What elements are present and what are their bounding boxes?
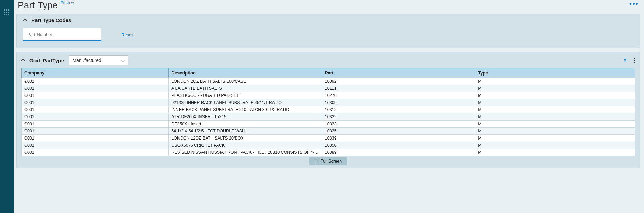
cell-part[interactable]: 10276 xyxy=(322,92,475,99)
kebab-menu-icon[interactable] xyxy=(634,58,635,63)
table-row[interactable]: C001921325 INNER BACK PANEL SUBSTRATE 45… xyxy=(22,99,635,106)
cell-description[interactable]: INNER BACK PANEL SUBSTRATE 210 LATCH 39"… xyxy=(169,106,322,113)
filter-icon[interactable] xyxy=(623,58,627,63)
page-title: Part Type xyxy=(18,0,58,11)
cell-company[interactable]: C001 xyxy=(22,149,169,156)
cell-description[interactable]: REVISED NISSAN RUSSIA FRONT PACK - FILE#… xyxy=(169,149,322,156)
cell-type[interactable]: M xyxy=(475,99,635,106)
filter-row: Reset xyxy=(17,26,640,48)
cell-company[interactable]: C001 xyxy=(22,142,169,149)
col-header-company[interactable]: Company xyxy=(22,68,169,78)
grid-header-row: Company Description Part Type xyxy=(22,68,635,78)
chevron-down-icon xyxy=(121,58,125,62)
svg-point-0 xyxy=(634,58,635,59)
cell-description[interactable]: CSGX5075 CRICKET PACK xyxy=(169,142,322,149)
filter-panel: Part Type Codes Reset xyxy=(16,14,640,48)
cell-type[interactable]: M xyxy=(475,142,635,149)
grid-tools xyxy=(623,58,635,63)
expand-icon xyxy=(314,159,318,163)
cell-company[interactable]: C001 xyxy=(22,99,169,106)
col-header-description[interactable]: Description xyxy=(169,68,322,78)
col-header-type[interactable]: Type xyxy=(475,68,635,78)
cell-type[interactable]: M xyxy=(475,113,635,121)
table-row[interactable]: C00154 1/2 X 54 1/2 51 ECT DOUBLE WALL10… xyxy=(22,128,635,135)
table-row[interactable]: C001PLASTIC/CORRUGATED PAD SET10276M xyxy=(22,92,635,99)
cell-part[interactable]: 10309 xyxy=(322,99,475,106)
fullscreen-label: Full Screen xyxy=(320,159,342,164)
cell-type[interactable]: M xyxy=(475,128,635,135)
cell-part[interactable]: 10312 xyxy=(322,106,475,113)
cell-part[interactable]: 10092 xyxy=(322,78,475,85)
cell-type[interactable]: M xyxy=(475,85,635,92)
cell-description[interactable]: A LA CARTE BATH SALTS xyxy=(169,85,322,92)
grid-body: Company Description Part Type C001LONDON… xyxy=(17,68,640,156)
cell-description[interactable]: LONDON 12OZ BATH SALTS 20/BOX xyxy=(169,135,322,142)
cell-company[interactable]: C001 xyxy=(22,113,169,121)
grid-panel-header: Grid_PartType Manufactured xyxy=(17,52,640,68)
cell-part[interactable]: 10389 xyxy=(322,149,475,156)
table-row[interactable]: C001A LA CARTE BATH SALTS10111M xyxy=(22,85,635,92)
parttype-grid[interactable]: Company Description Part Type C001LONDON… xyxy=(21,68,635,156)
main-content: Part Type Preview ••• Part Type Codes Re… xyxy=(14,0,644,213)
cell-type[interactable]: M xyxy=(475,106,635,113)
cell-description[interactable]: ATR-DF260X INSERT 15X15 xyxy=(169,113,322,121)
table-row[interactable]: C001REVISED NISSAN RUSSIA FRONT PACK - F… xyxy=(22,149,635,156)
cell-description[interactable]: LONDON 2OZ BATH SALTS 100/CASE xyxy=(169,78,322,85)
cell-part[interactable]: 10333 xyxy=(322,121,475,128)
cell-part[interactable]: 10339 xyxy=(322,135,475,142)
cell-description[interactable]: PLASTIC/CORRUGATED PAD SET xyxy=(169,92,322,99)
cell-part[interactable]: 10350 xyxy=(322,142,475,149)
cell-type[interactable]: M xyxy=(475,149,635,156)
table-row[interactable]: C001CSGX5075 CRICKET PACK10350M xyxy=(22,142,635,149)
cell-description[interactable]: 921325 INNER BACK PANEL SUBSTRATE 45" 1/… xyxy=(169,99,322,106)
grid-panel: Grid_PartType Manufactured xyxy=(16,52,640,168)
filter-panel-title: Part Type Codes xyxy=(31,17,71,23)
type-filter-dropdown[interactable]: Manufactured xyxy=(69,55,128,65)
dropdown-value: Manufactured xyxy=(72,58,101,63)
part-number-input[interactable] xyxy=(23,28,101,41)
page-header: Part Type Preview ••• xyxy=(15,0,641,14)
filter-panel-header: Part Type Codes xyxy=(17,14,640,26)
cell-company[interactable]: C001 xyxy=(22,128,169,135)
preview-badge[interactable]: Preview xyxy=(61,1,74,5)
table-row[interactable]: C001LONDON 12OZ BATH SALTS 20/BOX10339M xyxy=(22,135,635,142)
fullscreen-bar: Full Screen xyxy=(17,156,640,168)
table-row[interactable]: C001LONDON 2OZ BATH SALTS 100/CASE10092M xyxy=(22,78,635,85)
table-row[interactable]: C001ATR-DF260X INSERT 15X1510332M xyxy=(22,113,635,121)
collapse-icon[interactable] xyxy=(21,59,25,63)
col-header-part[interactable]: Part xyxy=(322,68,475,78)
cell-type[interactable]: M xyxy=(475,78,635,85)
grid-panel-title: Grid_PartType xyxy=(29,58,64,63)
table-row[interactable]: C001DF250X - Insert10333M xyxy=(22,121,635,128)
svg-point-2 xyxy=(634,62,635,63)
cell-company[interactable]: C001 xyxy=(22,78,169,85)
collapse-icon[interactable] xyxy=(23,18,27,23)
cell-part[interactable]: 10111 xyxy=(322,85,475,92)
cell-type[interactable]: M xyxy=(475,92,635,99)
cell-company[interactable]: C001 xyxy=(22,85,169,92)
table-row[interactable]: C001INNER BACK PANEL SUBSTRATE 210 LATCH… xyxy=(22,106,635,113)
cell-type[interactable]: M xyxy=(475,135,635,142)
cell-company[interactable]: C001 xyxy=(22,92,169,99)
apps-grid-icon[interactable] xyxy=(4,9,9,15)
cell-part[interactable]: 10335 xyxy=(322,128,475,135)
cell-company[interactable]: C001 xyxy=(22,135,169,142)
cell-part[interactable]: 10332 xyxy=(322,113,475,121)
fullscreen-button[interactable]: Full Screen xyxy=(309,157,347,165)
cell-description[interactable]: 54 1/2 X 54 1/2 51 ECT DOUBLE WALL xyxy=(169,128,322,135)
cell-company[interactable]: C001 xyxy=(22,121,169,128)
more-actions-button[interactable]: ••• xyxy=(629,0,639,8)
current-row-caret-icon xyxy=(25,80,26,83)
reset-button[interactable]: Reset xyxy=(121,32,133,37)
svg-point-1 xyxy=(634,60,635,61)
cell-company[interactable]: C001 xyxy=(22,106,169,113)
left-nav-rail xyxy=(0,0,14,213)
cell-description[interactable]: DF250X - Insert xyxy=(169,121,322,128)
cell-type[interactable]: M xyxy=(475,121,635,128)
